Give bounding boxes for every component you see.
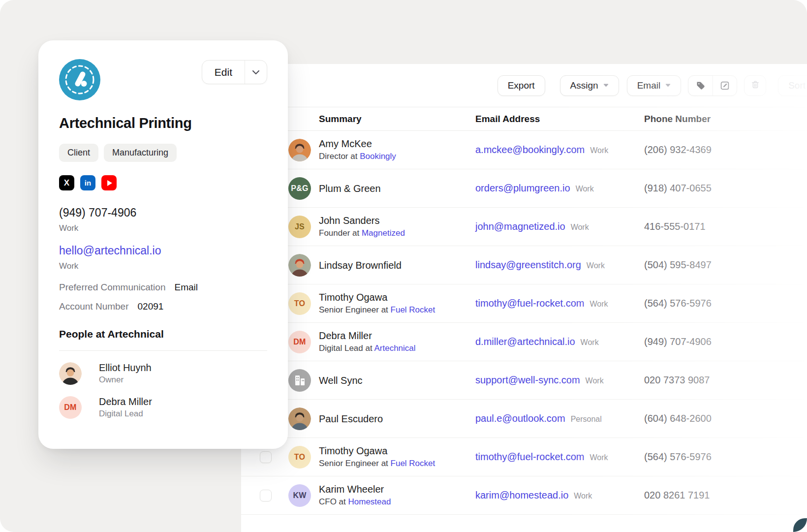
linkedin-icon[interactable]: in [80, 175, 95, 190]
contact-name: Timothy Ogawa [319, 291, 475, 303]
subtitle-text: Founder at [319, 228, 362, 238]
column-header-summary: Summary [319, 114, 475, 125]
company-link[interactable]: Homestead [348, 497, 391, 506]
company-tags: Client Manufacturing [59, 144, 267, 162]
email-type-label: Work [576, 185, 594, 193]
email-link[interactable]: paul.e@outlook.com [475, 413, 565, 424]
company-email-link[interactable]: hello@artechnical.io [59, 244, 267, 257]
email-link[interactable]: john@magnetized.io [475, 221, 565, 232]
email-link[interactable]: timothy@fuel-rocket.com [475, 451, 584, 463]
subtitle-text: Director at [319, 152, 360, 161]
email-type-label: Work [590, 300, 608, 309]
contact-subtitle: Digital Lead at Artechnical [319, 344, 475, 353]
person-row[interactable]: Elliot HuynhOwner [59, 362, 267, 385]
row-phone: (564) 576-5976 [644, 451, 807, 463]
company-phone[interactable]: (949) 707-4906 [59, 206, 267, 219]
row-phone: (604) 648-2600 [644, 413, 807, 424]
email-link[interactable]: karim@homestead.io [475, 490, 568, 501]
person-row[interactable]: DMDebra MillerDigital Lead [59, 396, 267, 419]
table-row[interactable]: TOTimothy OgawaSenior Engineer at Fuel R… [241, 284, 807, 323]
tag-icon[interactable] [688, 76, 713, 95]
person-name: Debra Miller [99, 396, 152, 407]
row-phone: (949) 707-4906 [644, 336, 807, 347]
column-header-phone: Phone Number [644, 114, 807, 125]
attribute-preferred-communication: Preferred Communication Email [59, 282, 267, 293]
page-background: Export Assign Email [0, 0, 807, 532]
email-type-label: Work [586, 376, 604, 385]
edit-split-button: Edit [202, 60, 267, 84]
email-link[interactable]: orders@plumgreen.io [475, 183, 570, 194]
contact-subtitle: Senior Engineer at Fuel Rocket [319, 305, 475, 315]
email-link[interactable]: d.miller@artechnical.io [475, 336, 575, 347]
social-links: X in [59, 175, 267, 190]
email-button[interactable]: Email [627, 75, 682, 96]
company-link[interactable]: Bookingly [360, 152, 396, 161]
row-email-cell: john@magnetized.ioWork [475, 221, 644, 232]
table-row[interactable]: Paul Escuderopaul.e@outlook.comPersonal(… [241, 400, 807, 438]
company-phone-label: Work [59, 223, 267, 233]
contact-name: Plum & Green [319, 183, 475, 194]
table-row[interactable]: Amy McKeeDirector at Bookinglya.mckee@bo… [241, 131, 807, 169]
chevron-down-icon [603, 84, 609, 87]
chevron-down-icon [252, 68, 260, 77]
company-link[interactable]: Fuel Rocket [391, 459, 435, 468]
row-summary: Timothy OgawaSenior Engineer at Fuel Roc… [319, 445, 475, 469]
edit-menu-button[interactable] [245, 61, 267, 84]
email-type-label: Work [587, 261, 605, 270]
company-link[interactable]: Magnetized [362, 228, 405, 238]
compose-icon[interactable] [713, 76, 737, 95]
row-checkbox[interactable] [260, 451, 272, 463]
table-row[interactable]: JSJohn SandersFounder at Magnetizedjohn@… [241, 208, 807, 246]
row-checkbox[interactable] [260, 490, 272, 501]
table-row[interactable]: DMDebra MillerDigital Lead at Artechnica… [241, 323, 807, 361]
company-logo [59, 59, 100, 102]
contact-name: Karim Wheeler [319, 483, 475, 495]
company-link[interactable]: Artechnical [374, 344, 415, 353]
email-type-label: Work [590, 146, 608, 155]
email-link[interactable]: lindsay@greenstitch.org [475, 259, 581, 271]
email-button-label: Email [637, 80, 661, 91]
contact-subtitle: Senior Engineer at Fuel Rocket [319, 459, 475, 469]
row-summary: Amy McKeeDirector at Bookingly [319, 138, 475, 161]
subtitle-text: Digital Lead at [319, 344, 374, 353]
initials-avatar: DM [59, 396, 82, 419]
company-card: Edit Artechnical Printing Client Manufac… [38, 40, 288, 449]
tag-manufacturing[interactable]: Manufacturing [104, 144, 177, 162]
sort-button[interactable]: Sort [778, 75, 807, 96]
contact-name: Amy McKee [319, 138, 475, 150]
table-toolbar: Export Assign Email [241, 64, 807, 107]
email-link[interactable]: timothy@fuel-rocket.com [475, 298, 584, 309]
table-row[interactable]: Well Syncsupport@well-sync.comWork020 73… [241, 361, 807, 400]
initials-avatar: P&G [288, 177, 311, 200]
edit-button-label: Edit [215, 66, 232, 78]
row-summary: Lindsay Brownfield [319, 259, 475, 271]
row-summary: Plum & Green [319, 183, 475, 194]
youtube-icon[interactable] [101, 175, 117, 190]
email-link[interactable]: a.mckee@bookingly.com [475, 144, 585, 156]
contacts-panel: Export Assign Email [241, 64, 807, 532]
email-link[interactable]: support@well-sync.com [475, 375, 580, 386]
initials-avatar: DM [288, 331, 311, 353]
initials-avatar: TO [288, 446, 311, 469]
tag-client[interactable]: Client [59, 144, 98, 162]
assign-button[interactable]: Assign [560, 75, 619, 96]
company-link[interactable]: Fuel Rocket [391, 305, 435, 314]
export-button[interactable]: Export [497, 75, 545, 96]
delete-button[interactable] [744, 75, 766, 96]
contact-name: Well Sync [319, 375, 475, 386]
initials-avatar: JS [288, 216, 311, 238]
table-row[interactable]: KWKarim WheelerCFO at Homesteadkarim@hom… [241, 476, 807, 515]
table-row[interactable]: Lindsay Brownfieldlindsay@greenstitch.or… [241, 246, 807, 284]
row-phone: (504) 595-8497 [644, 259, 807, 271]
assign-button-label: Assign [570, 80, 598, 91]
table-row[interactable]: P&GPlum & Greenorders@plumgreen.ioWork(9… [241, 169, 807, 208]
x-icon[interactable]: X [59, 175, 74, 190]
table-row[interactable]: TOTimothy OgawaSenior Engineer at Fuel R… [241, 438, 807, 476]
row-phone: (206) 932-4369 [644, 144, 807, 156]
row-summary: Well Sync [319, 375, 475, 386]
person-role: Owner [99, 375, 152, 385]
play-icon [107, 180, 112, 186]
row-phone: 020 7373 9087 [644, 375, 807, 386]
edit-button[interactable]: Edit [202, 61, 245, 84]
people-section-title: People at Artechnical [59, 328, 267, 340]
